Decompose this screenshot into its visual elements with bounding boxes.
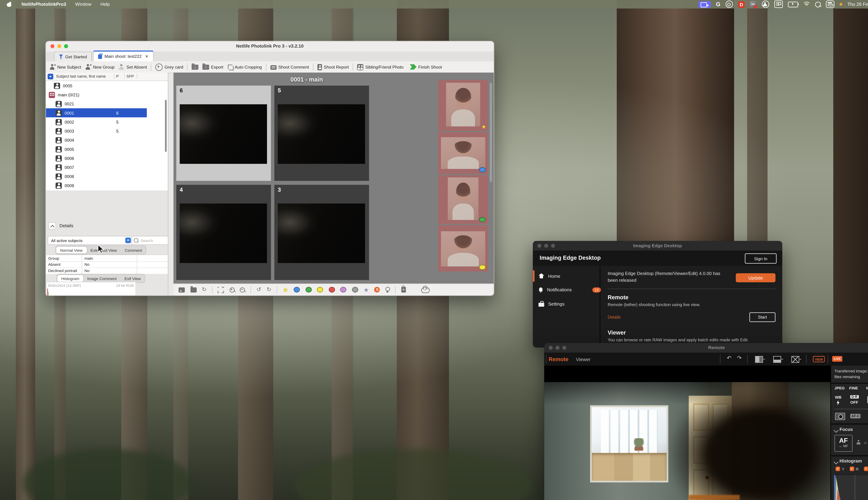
subject-row[interactable]: 0006: [46, 154, 168, 163]
export-button[interactable]: ↑Export: [203, 64, 224, 70]
rotate-ccw-icon[interactable]: ↺: [256, 287, 261, 293]
metering-mode-icon[interactable]: [835, 413, 845, 420]
quality-label[interactable]: FINE: [849, 386, 858, 390]
subject-row[interactable]: 0005: [46, 145, 168, 154]
channel-y[interactable]: ✓Y: [835, 466, 844, 471]
photo-card-5[interactable]: 5: [274, 86, 369, 181]
refresh-icon[interactable]: ↻: [202, 287, 206, 293]
face-priority-icon[interactable]: [856, 440, 861, 445]
sibling-friend-photo-button[interactable]: Sibling/Friend Photo: [357, 64, 403, 70]
rotate-cw-icon[interactable]: ↻: [267, 287, 271, 293]
subject-row[interactable]: 0009: [46, 181, 168, 190]
filmstrip-photo[interactable]: [441, 137, 485, 169]
tab-main-shoot[interactable]: Main shoot: test222 ✕: [93, 50, 153, 61]
battery-icon[interactable]: [788, 1, 798, 7]
tab-normal-view[interactable]: Normal View: [56, 247, 87, 253]
menu-app-name[interactable]: NetlifePhotolinkPro3: [17, 2, 71, 7]
yellow-badge[interactable]: [479, 264, 486, 270]
screen-mirroring-icon[interactable]: [698, 1, 711, 8]
rotate-left-icon[interactable]: ↶: [727, 355, 731, 361]
tab-comment[interactable]: Comment: [121, 247, 146, 253]
photo-thumbnail[interactable]: [278, 204, 365, 263]
file-format-label[interactable]: JPEG: [834, 386, 845, 390]
menu-help[interactable]: Help: [96, 2, 114, 7]
close-tab-icon[interactable]: ✕: [145, 54, 148, 59]
tab-viewer[interactable]: Viewer: [576, 356, 591, 362]
cloud-upload-icon[interactable]: ✓: [422, 287, 430, 293]
tab-remote[interactable]: Remote: [549, 356, 569, 362]
tag-grey[interactable]: [352, 287, 358, 293]
layout-split-icon[interactable]: [773, 356, 781, 363]
nav-notifications[interactable]: Notifications 13: [533, 284, 605, 295]
filmstrip-photo[interactable]: [448, 178, 478, 220]
view-badge[interactable]: VIEW: [813, 356, 825, 362]
subject-list-scrollbar[interactable]: [165, 100, 167, 152]
histogram-section-header[interactable]: Histogram: [834, 459, 862, 464]
update-button[interactable]: Update: [736, 273, 776, 282]
set-absent-button[interactable]: Set Absent: [118, 64, 147, 70]
filmstrip-scrollbar[interactable]: [490, 83, 492, 182]
photo-card-4[interactable]: 4: [176, 185, 271, 280]
group-row[interactable]: main (0/21): [46, 90, 168, 99]
subject-filter-select[interactable]: All active subjects: [48, 236, 133, 245]
imaging-edge-status-icon[interactable]: IED: [750, 1, 756, 8]
creative-cloud-icon[interactable]: [726, 1, 733, 8]
lightbulb-icon[interactable]: [385, 287, 390, 291]
finish-shoot-button[interactable]: Finish Shoot: [410, 64, 442, 70]
tab-image-comment[interactable]: Image Comment: [83, 275, 121, 282]
menu-window[interactable]: Window: [71, 2, 96, 7]
grammarly-icon[interactable]: G: [716, 1, 720, 8]
tag-purple[interactable]: [340, 287, 346, 293]
auto-cropping-button[interactable]: Auto Cropping: [227, 64, 262, 70]
new-group-button[interactable]: +New Group: [85, 64, 115, 70]
parallels-icon[interactable]: D: [738, 1, 745, 8]
focus-step-buttons[interactable]: «««: [864, 440, 868, 446]
blue-badge[interactable]: [479, 167, 486, 172]
collapse-details-button[interactable]: [48, 222, 56, 229]
open-folder-icon[interactable]: [190, 287, 196, 292]
delete-icon[interactable]: ✕: [401, 287, 406, 293]
tag-red[interactable]: [329, 287, 335, 293]
live-view[interactable]: [544, 366, 831, 500]
imaging-edge-titlebar[interactable]: Imaging Edge Desktop: [533, 241, 782, 251]
filmstrip-card[interactable]: ★: [438, 80, 488, 131]
spotlight-icon[interactable]: [815, 1, 821, 7]
shoot-comment-button[interactable]: Shoot Comment: [270, 65, 309, 69]
details-link[interactable]: Details: [608, 315, 621, 320]
star-badge[interactable]: ★: [481, 124, 486, 130]
image-view-icon[interactable]: [179, 287, 185, 292]
subject-row[interactable]: 0008: [46, 172, 168, 181]
apple-menu-icon[interactable]: [7, 2, 11, 7]
subject-row[interactable]: 00035: [46, 126, 168, 135]
import-button[interactable]: ↓: [192, 64, 198, 70]
menu-clock[interactable]: Thu 26 Feb 15:30: [847, 2, 868, 7]
nav-home[interactable]: Home: [533, 271, 605, 282]
control-center-icon[interactable]: [826, 1, 834, 8]
wifi-icon[interactable]: [803, 2, 810, 7]
rate-star-grey[interactable]: ★: [363, 287, 369, 293]
af-mode-badge[interactable]: AF-C: [850, 414, 861, 418]
rate-star-yellow[interactable]: ★: [283, 287, 288, 293]
channel-r[interactable]: ✓R: [849, 466, 858, 471]
subject-row[interactable]: 0007: [46, 163, 168, 172]
filmstrip-photo[interactable]: [441, 231, 485, 266]
subject-row[interactable]: 0021: [46, 99, 168, 108]
layout-grid-icon[interactable]: [791, 356, 799, 363]
filmstrip-card[interactable]: [438, 175, 488, 224]
subject-row-selected[interactable]: 00016: [46, 108, 147, 117]
channel-g[interactable]: ✓G: [864, 466, 868, 471]
remote-titlebar[interactable]: Remote: [544, 343, 868, 353]
nav-settings[interactable]: Settings: [533, 298, 605, 309]
photo-card-6[interactable]: 6: [176, 86, 271, 181]
search-input[interactable]: [139, 238, 164, 243]
sort-icon[interactable]: [48, 73, 53, 79]
filmstrip-card[interactable]: [438, 132, 488, 174]
zoom-in-icon[interactable]: [229, 287, 235, 292]
rotate-right-icon[interactable]: ↷: [737, 355, 742, 361]
tag-green[interactable]: [305, 287, 312, 293]
zoom-out-icon[interactable]: [240, 287, 245, 292]
af-mf-toggle[interactable]: AF ↔ MF: [834, 435, 853, 452]
dro-label[interactable]: D-R: [850, 395, 859, 399]
fullscreen-icon[interactable]: [218, 287, 224, 293]
filmstrip-card[interactable]: [438, 225, 488, 272]
